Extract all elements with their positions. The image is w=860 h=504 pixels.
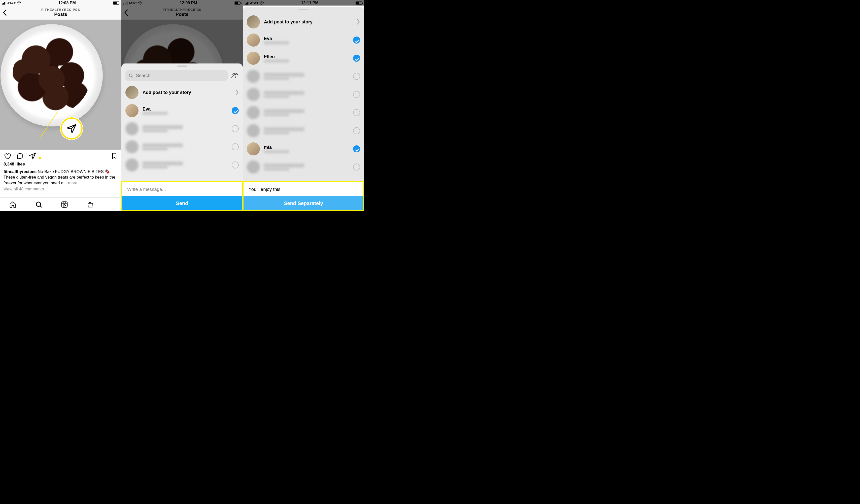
chevron-right-icon bbox=[357, 19, 360, 25]
panel-post-view: AT&T 12:08 PM FITHEALTHYRECIPES Posts 8,… bbox=[0, 0, 121, 211]
person-avatar bbox=[125, 158, 139, 172]
panel-share-sheet-expanded: AT&T12:11 PM Add post to your story EvaE… bbox=[243, 0, 364, 211]
person-row[interactable]: Eva bbox=[243, 31, 364, 49]
header-title: Posts bbox=[54, 12, 67, 17]
caption-username[interactable]: fithealthyrecipes bbox=[3, 169, 37, 174]
callout-dot bbox=[39, 157, 41, 159]
header-account: FITHEALTHYRECIPES bbox=[41, 8, 80, 12]
person-handle bbox=[143, 165, 168, 169]
person-avatar bbox=[125, 104, 139, 117]
share-icon[interactable] bbox=[29, 152, 36, 160]
person-name bbox=[264, 127, 304, 131]
person-avatar bbox=[247, 160, 260, 174]
select-radio[interactable] bbox=[353, 55, 360, 62]
search-placeholder: Search bbox=[136, 73, 150, 78]
person-row[interactable]: mia bbox=[243, 140, 364, 158]
save-icon[interactable] bbox=[111, 153, 118, 159]
person-handle bbox=[143, 147, 168, 150]
add-to-story-row[interactable]: Add post to your story bbox=[243, 11, 364, 31]
view-comments[interactable]: View all 48 comments bbox=[0, 186, 121, 192]
person-name: Ellen bbox=[264, 54, 289, 59]
person-avatar bbox=[247, 70, 260, 83]
share-icon-callout bbox=[60, 117, 83, 140]
person-avatar bbox=[247, 33, 260, 47]
select-radio[interactable] bbox=[353, 37, 360, 44]
person-handle bbox=[264, 95, 289, 98]
nav-header: FITHEALTHYRECIPES Posts bbox=[0, 5, 121, 20]
message-input[interactable]: You'll enjoy this! bbox=[244, 182, 363, 196]
select-radio[interactable] bbox=[232, 125, 239, 132]
send-separately-button[interactable]: Send Separately bbox=[244, 196, 363, 210]
select-radio[interactable] bbox=[232, 161, 239, 169]
person-name bbox=[264, 109, 304, 113]
comment-icon[interactable] bbox=[16, 152, 24, 160]
select-radio[interactable] bbox=[232, 143, 239, 150]
status-bar: AT&T 12:08 PM bbox=[0, 0, 121, 5]
person-name bbox=[143, 125, 183, 129]
person-name: mia bbox=[264, 145, 289, 150]
person-row[interactable] bbox=[121, 138, 243, 156]
home-icon[interactable] bbox=[9, 201, 17, 208]
post-actions bbox=[0, 149, 121, 161]
signal-icon bbox=[2, 1, 6, 4]
message-area: Write a message... Send bbox=[121, 181, 243, 211]
person-row[interactable]: Eva bbox=[121, 101, 243, 120]
reels-icon[interactable] bbox=[61, 201, 68, 208]
person-handle bbox=[143, 112, 168, 115]
person-handle bbox=[264, 59, 289, 62]
select-radio[interactable] bbox=[353, 145, 360, 153]
person-row[interactable] bbox=[243, 67, 364, 85]
person-handle bbox=[264, 77, 289, 80]
person-name: Eva bbox=[264, 36, 289, 41]
post-image[interactable] bbox=[0, 20, 121, 149]
svg-point-8 bbox=[129, 74, 132, 77]
status-time: 12:08 PM bbox=[58, 1, 75, 5]
person-handle bbox=[264, 150, 289, 153]
create-group-icon[interactable] bbox=[231, 72, 239, 79]
add-to-story-label: Add post to your story bbox=[264, 19, 313, 25]
person-handle bbox=[264, 168, 289, 171]
select-radio[interactable] bbox=[353, 127, 360, 134]
shop-icon[interactable] bbox=[86, 201, 94, 208]
person-avatar bbox=[125, 140, 139, 154]
person-row[interactable] bbox=[243, 158, 364, 176]
tab-bar bbox=[0, 198, 121, 211]
person-row[interactable] bbox=[121, 120, 243, 138]
search-input[interactable]: Search bbox=[125, 70, 228, 81]
caption-more[interactable]: more bbox=[68, 181, 77, 185]
like-icon[interactable] bbox=[3, 152, 11, 160]
select-radio[interactable] bbox=[353, 163, 360, 171]
message-area: You'll enjoy this! Send Separately bbox=[243, 181, 364, 211]
person-row[interactable] bbox=[243, 122, 364, 140]
person-avatar bbox=[247, 88, 260, 101]
add-to-story-row[interactable]: Add post to your story bbox=[121, 83, 243, 101]
send-button[interactable]: Send bbox=[122, 196, 242, 210]
sheet-grabber[interactable] bbox=[298, 9, 309, 10]
post-caption[interactable]: fithealthyrecipes No-Bake FUDGY BROWNIE … bbox=[0, 167, 121, 186]
person-avatar bbox=[247, 142, 260, 155]
search-icon bbox=[128, 73, 133, 78]
svg-line-3 bbox=[40, 206, 42, 207]
select-radio[interactable] bbox=[353, 73, 360, 80]
person-handle bbox=[264, 113, 289, 116]
person-row[interactable] bbox=[243, 103, 364, 122]
person-handle bbox=[264, 41, 289, 44]
select-radio[interactable] bbox=[353, 91, 360, 98]
person-name bbox=[264, 163, 304, 168]
person-row[interactable] bbox=[121, 156, 243, 174]
person-row[interactable] bbox=[243, 85, 364, 103]
back-button[interactable] bbox=[2, 9, 8, 16]
person-row[interactable]: Ellen bbox=[243, 49, 364, 67]
person-name bbox=[264, 73, 304, 77]
person-name bbox=[264, 91, 304, 95]
likes-count[interactable]: 8,348 likes bbox=[0, 161, 121, 167]
wifi-icon bbox=[17, 1, 21, 5]
person-avatar bbox=[125, 122, 139, 135]
panel-share-sheet: AT&T12:09 PM FITHEALTHYRECIPESPosts Sear… bbox=[121, 0, 243, 211]
search-tab-icon[interactable] bbox=[35, 201, 43, 208]
sheet-grabber[interactable] bbox=[177, 66, 187, 67]
select-radio[interactable] bbox=[353, 109, 360, 116]
select-radio[interactable] bbox=[232, 107, 239, 114]
message-input[interactable]: Write a message... bbox=[122, 182, 242, 196]
svg-point-10 bbox=[233, 73, 235, 75]
